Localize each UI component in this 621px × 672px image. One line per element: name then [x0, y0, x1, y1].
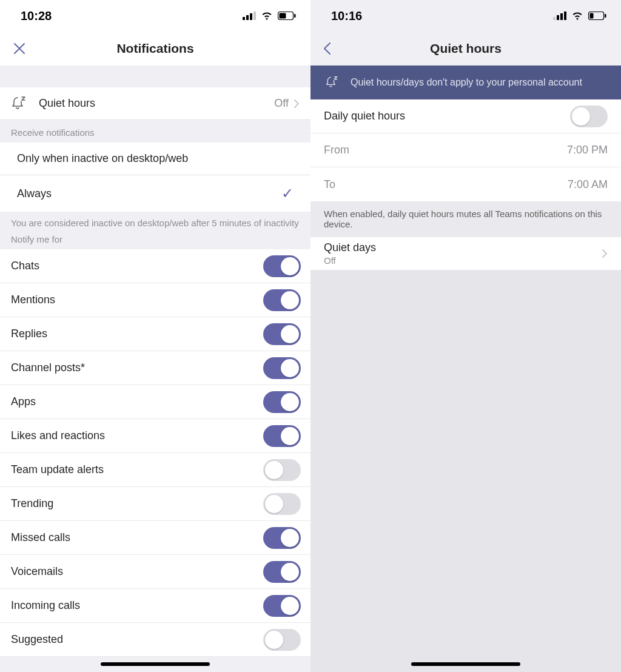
notify-header: Notify me for — [0, 232, 310, 249]
quiet-hours-value: Off — [274, 97, 289, 110]
toggle-label: Channel posts* — [11, 361, 263, 374]
svg-rect-6 — [294, 14, 296, 18]
toggle-label: Chats — [11, 260, 263, 272]
toggle-label: Missed calls — [11, 531, 263, 544]
toggle-mentions[interactable] — [263, 289, 301, 311]
toggle-label: Apps — [11, 395, 263, 408]
battery-icon — [588, 12, 606, 20]
bell-snooze-icon — [325, 75, 340, 90]
notify-toggle-list: Chats Mentions Replies Channel posts* Ap… — [0, 249, 310, 657]
quiet-hours-row[interactable]: Quiet hours Off — [0, 87, 310, 120]
toggle-row-apps: Apps — [0, 385, 310, 419]
toggle-row-replies: Replies — [0, 317, 310, 351]
nav-bar-left: Notifications — [0, 32, 310, 66]
svg-rect-9 — [560, 13, 563, 20]
toggle-row-likes: Likes and reactions — [0, 419, 310, 453]
check-icon: ✓ — [281, 185, 294, 202]
toggle-team-updates[interactable] — [263, 459, 301, 481]
svg-rect-2 — [250, 13, 252, 20]
nav-bar-right: Quiet hours — [310, 32, 621, 66]
toggle-label: Voicemails — [11, 565, 263, 578]
battery-icon — [278, 12, 296, 20]
status-time: 10:16 — [331, 9, 362, 23]
toggle-label: Likes and reactions — [11, 429, 263, 442]
notifications-screen: 10:28 Notifications Quiet hours Off Rece… — [0, 0, 310, 672]
toggle-label: Incoming calls — [11, 599, 263, 612]
toggle-row-voicemails: Voicemails — [0, 555, 310, 589]
cellular-icon — [553, 12, 566, 20]
quiet-hours-label: Quiet hours — [39, 97, 274, 110]
wifi-icon — [261, 12, 273, 20]
to-label: To — [324, 178, 568, 191]
quiet-days-label: Quiet days — [324, 241, 602, 254]
from-value: 7:00 PM — [567, 144, 608, 156]
chevron-right-icon — [602, 249, 608, 258]
home-indicator[interactable] — [101, 662, 210, 666]
option-always-label: Always — [17, 187, 281, 200]
close-icon[interactable] — [12, 41, 27, 56]
inactive-note: You are considered inactive on desktop/w… — [0, 212, 310, 232]
info-banner: Quiet hours/days don't apply to your per… — [310, 66, 621, 99]
receive-header: Receive notifications — [0, 120, 310, 143]
svg-rect-3 — [253, 12, 256, 20]
page-title: Notifications — [0, 41, 310, 56]
option-inactive-label: Only when inactive on desktop/web — [17, 152, 294, 165]
svg-rect-13 — [605, 14, 606, 18]
banner-text: Quiet hours/days don't apply to your per… — [351, 77, 582, 88]
svg-rect-7 — [553, 17, 556, 20]
toggle-chats[interactable] — [263, 255, 301, 277]
daily-quiet-section: Daily quiet hours From 7:00 PM To 7:00 A… — [310, 99, 621, 201]
home-indicator[interactable] — [411, 662, 520, 666]
from-row[interactable]: From 7:00 PM — [310, 133, 621, 167]
svg-rect-8 — [557, 15, 559, 20]
toggle-likes[interactable] — [263, 425, 301, 447]
toggle-row-channel-posts: Channel posts* — [0, 351, 310, 385]
from-label: From — [324, 144, 567, 156]
svg-rect-5 — [280, 13, 286, 19]
daily-quiet-row: Daily quiet hours — [310, 99, 621, 133]
daily-quiet-label: Daily quiet hours — [324, 110, 570, 123]
toggle-apps[interactable] — [263, 391, 301, 413]
quiet-days-value: Off — [324, 255, 602, 266]
svg-rect-0 — [243, 17, 245, 20]
option-inactive[interactable]: Only when inactive on desktop/web — [0, 143, 310, 175]
cellular-icon — [243, 12, 256, 20]
toggle-label: Mentions — [11, 294, 263, 306]
page-title: Quiet hours — [310, 41, 621, 56]
svg-rect-12 — [590, 13, 594, 19]
toggle-daily-quiet[interactable] — [570, 106, 608, 127]
status-bar-left: 10:28 — [0, 0, 310, 32]
wifi-icon — [571, 12, 583, 20]
status-icons — [553, 12, 606, 20]
toggle-incoming-calls[interactable] — [263, 595, 301, 617]
status-time: 10:28 — [21, 9, 52, 23]
toggle-row-trending: Trending — [0, 487, 310, 521]
spacer — [0, 66, 310, 87]
toggle-label: Replies — [11, 328, 263, 340]
toggle-label: Trending — [11, 497, 263, 510]
toggle-suggested[interactable] — [263, 629, 301, 651]
svg-rect-1 — [246, 15, 249, 20]
back-icon[interactable] — [323, 41, 332, 56]
toggle-replies[interactable] — [263, 323, 301, 345]
quiet-days-row[interactable]: Quiet days Off — [310, 237, 621, 270]
daily-footer: When enabled, daily quiet hours mutes al… — [310, 201, 621, 237]
toggle-row-suggested: Suggested — [0, 623, 310, 657]
svg-rect-10 — [564, 12, 566, 20]
bell-snooze-icon — [11, 95, 28, 112]
toggle-row-team-updates: Team update alerts — [0, 453, 310, 487]
toggle-label: Suggested — [11, 633, 263, 646]
toggle-trending[interactable] — [263, 493, 301, 515]
status-bar-right: 10:16 — [310, 0, 621, 32]
toggle-label: Team update alerts — [11, 463, 263, 476]
toggle-row-incoming-calls: Incoming calls — [0, 589, 310, 623]
status-icons — [243, 12, 296, 20]
to-value: 7:00 AM — [568, 178, 608, 191]
toggle-row-mentions: Mentions — [0, 283, 310, 317]
chevron-right-icon — [294, 99, 300, 109]
toggle-channel-posts[interactable] — [263, 357, 301, 379]
toggle-missed-calls[interactable] — [263, 527, 301, 549]
to-row[interactable]: To 7:00 AM — [310, 167, 621, 201]
toggle-voicemails[interactable] — [263, 561, 301, 583]
option-always[interactable]: Always ✓ — [0, 175, 310, 212]
